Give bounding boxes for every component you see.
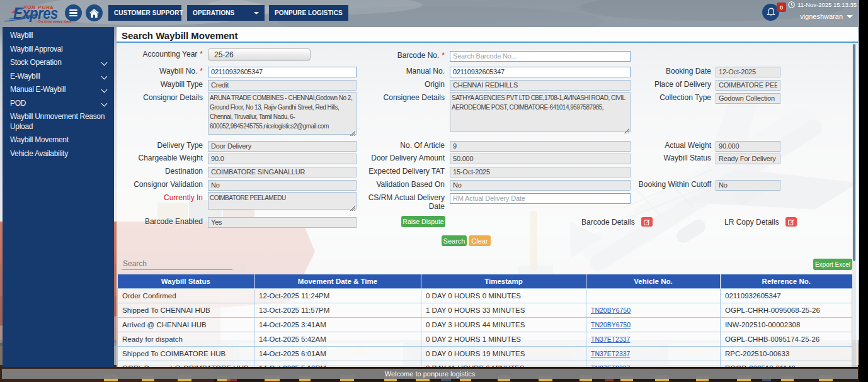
cell-reference: ROGD-202510-01146: [721, 361, 852, 367]
field-label-text: Booking Within Cutoff: [639, 180, 711, 189]
chevron-down-icon: [254, 12, 259, 14]
cell-reference: OGPL-CHRH-0095068-25-26: [721, 303, 852, 317]
nav-customer-support[interactable]: CUSTOMER SUPPORT: [108, 5, 181, 21]
sidebar-item-label: E-Waybill: [10, 72, 40, 81]
cell-vehicle: TN37ET2337: [586, 361, 721, 367]
consignor-details-label: Consignor Details: [120, 92, 203, 102]
clock-icon: [788, 1, 795, 8]
chargeable-weight-label: Chargeable Weight: [120, 152, 203, 162]
sidebar-item-manual-e-waybill[interactable]: Manual E-Waybill: [3, 83, 114, 97]
sidebar: Waybill Waybill Approval Stock Operation…: [3, 27, 114, 367]
table-row: Ready for dispatch 14-Oct-2025 5:42AM 0 …: [118, 332, 852, 346]
chevron-down-icon: [101, 73, 108, 79]
cell-timestamp: 0 DAY 0 HOURS 19 MINUTES: [421, 346, 586, 361]
collection-type-input: [716, 93, 780, 104]
required-asterisk: *: [200, 67, 203, 76]
barcode-details-button[interactable]: [641, 217, 653, 227]
collection-type-label: Collection Type: [636, 92, 711, 102]
clear-button[interactable]: Clear: [469, 235, 491, 246]
table-row: Arrived @ CHENNAI HUB 14-Oct-2025 3:41AM…: [118, 317, 852, 332]
sidebar-item-waybill-unmovement-reason-upload[interactable]: Waybill Unmovement Reason Upload: [3, 110, 114, 133]
sidebar-item-label: Waybill Movement: [10, 135, 69, 144]
edit-icon: [644, 219, 650, 225]
sidebar-item-stock-operation[interactable]: Stock Operation: [3, 56, 114, 70]
csrm-actual-delivery-date-label: CS/RM Actual Delivery Date: [359, 192, 445, 211]
nav-ponpure-logistics[interactable]: PONPURE LOGISTICS: [269, 5, 348, 21]
col-timestamp: Timestamp: [421, 274, 586, 288]
destination-input: [208, 167, 357, 177]
barcode-no-input[interactable]: [450, 51, 631, 62]
hamburger-icon: [69, 9, 77, 16]
results-filter-input[interactable]: [122, 258, 232, 270]
sidebar-item-pod[interactable]: POD: [3, 97, 114, 111]
nav-operations-label: OPERATIONS: [193, 9, 234, 16]
user-menu[interactable]: vigneshwaran: [800, 13, 853, 20]
bell-icon: [767, 8, 775, 17]
manual-no-input[interactable]: [450, 67, 631, 77]
username-text: vigneshwaran: [800, 13, 843, 20]
vehicle-link[interactable]: TN37ET2337: [591, 335, 630, 343]
vehicle-link[interactable]: TN37ET2337: [591, 364, 630, 368]
menu-toggle-button[interactable]: [65, 4, 82, 21]
lr-copy-details-button[interactable]: [785, 217, 797, 227]
page-title: Search Waybill Movement: [117, 27, 858, 41]
col-vehicle-no: Vehicle No.: [586, 274, 721, 288]
sidebar-item-e-waybill[interactable]: E-Waybill: [3, 70, 114, 84]
cell-vehicle: TN20BY6750: [586, 317, 721, 332]
chevron-down-icon: [847, 15, 853, 18]
consignor-validation-input: [208, 180, 357, 191]
vehicle-link[interactable]: TN20BY6750: [591, 321, 631, 329]
field-label-text: Waybill No.: [159, 67, 197, 76]
barcode-details-group: Barcode Details: [581, 217, 653, 227]
place-of-delivery-label: Place of Delivery: [636, 79, 711, 89]
barcode-details-label: Barcode Details: [581, 218, 635, 227]
export-excel-button[interactable]: Export Excel: [813, 259, 852, 270]
home-button[interactable]: [86, 4, 103, 21]
delivery-type-label: Delivery Type: [120, 140, 203, 150]
cell-timestamp: 0 DAY 2 HOURS 1 MINUTES: [421, 332, 586, 346]
field-label-text: Collection Type: [660, 93, 711, 102]
lr-copy-details-label: LR Copy Details: [724, 218, 779, 227]
door-delivery-amount-label: Door Delivery Amount: [359, 152, 445, 162]
brand-logo[interactable]: PON PURE Expres On time every time: [4, 3, 73, 25]
brand-tagline: On time every time: [38, 20, 72, 23]
nav-operations[interactable]: OPERATIONS: [187, 5, 265, 21]
vehicle-link[interactable]: TN20BY6750: [591, 306, 631, 314]
vehicle-link[interactable]: TN37ET2337: [591, 350, 630, 357]
accounting-year-label: Accounting Year*: [120, 48, 203, 59]
consignor-details-textarea: ARUNA TRADE COMBINES - CHENNAI,Godown No…: [208, 92, 357, 135]
cell-reference: RPC-202510-00633: [721, 346, 852, 361]
waybill-no-input[interactable]: [208, 67, 357, 77]
cell-reference: OGPL-CHHB-0095174-25-26: [721, 332, 852, 346]
scrollbar-thumb[interactable]: [853, 44, 855, 261]
notifications-area: 0: [762, 4, 787, 23]
sidebar-item-waybill-movement[interactable]: Waybill Movement: [3, 133, 114, 147]
field-label-text: Expected Delivery TAT: [368, 167, 445, 176]
sidebar-item-vehicle-availability[interactable]: Vehicle Availability: [3, 147, 114, 161]
cell-vehicle: TN20BY6750: [586, 303, 721, 317]
cell-timestamp: 0 DAY 0 HOURS 0 MINUTES: [421, 288, 586, 303]
field-label-text: Waybill Type: [161, 80, 203, 89]
sidebar-item-waybill-approval[interactable]: Waybill Approval: [3, 43, 114, 57]
movement-table: Waybill Status Movement Date & Time Time…: [117, 274, 852, 367]
barcode-no-label: Barcode No.*: [359, 50, 445, 60]
barcode-enabled-input: [208, 217, 357, 228]
field-label-text: Place of Delivery: [654, 80, 711, 89]
field-label-text: CS/RM Actual Delivery Date: [368, 193, 445, 211]
accounting-year-select[interactable]: 25-26: [208, 48, 311, 60]
booking-within-cutoff-input: [716, 180, 780, 191]
validation-based-on-input: [450, 180, 631, 191]
search-button[interactable]: Search: [442, 235, 467, 246]
results-filter: [122, 257, 232, 270]
raise-dispute-button[interactable]: Raise Dispute: [401, 216, 445, 227]
edit-icon: [788, 219, 794, 225]
booking-date-input: [716, 67, 780, 77]
datetime-display: 11-Nov-2025 15:13:35: [788, 1, 857, 8]
sidebar-item-waybill[interactable]: Waybill: [3, 29, 114, 43]
field-label-text: Barcode Enabled: [145, 217, 203, 226]
csrm-actual-delivery-date-input[interactable]: [450, 193, 631, 204]
cell-status: Ready for dispatch: [118, 332, 254, 346]
cell-vehicle: TN37ET2337: [586, 332, 721, 346]
validation-based-on-label: Validation Based On: [359, 179, 445, 189]
sidebar-item-label: Waybill Unmovement Reason Upload: [10, 112, 105, 131]
